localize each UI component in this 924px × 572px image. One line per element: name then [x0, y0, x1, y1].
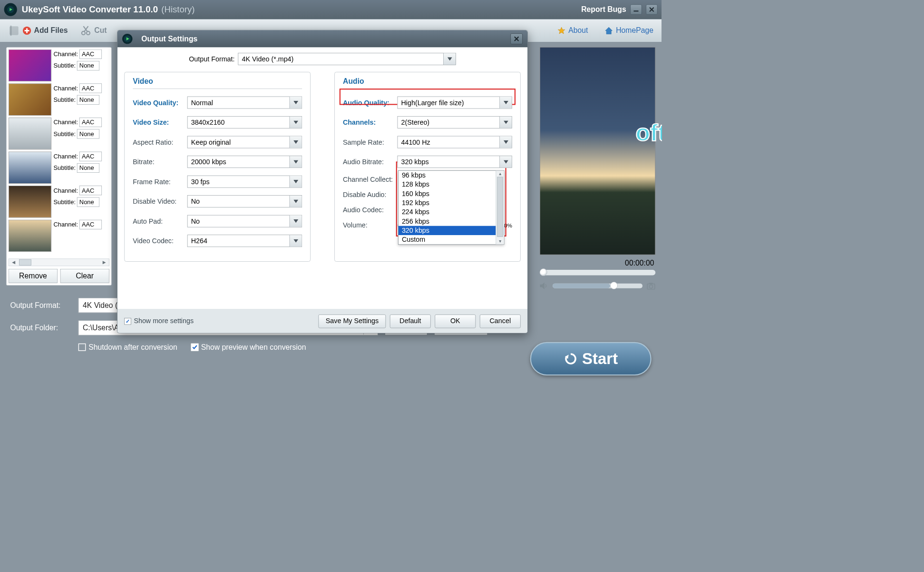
cancel-button[interactable]: Cancel — [480, 315, 521, 328]
ok-button[interactable]: OK — [435, 315, 476, 328]
svg-point-13 — [649, 285, 652, 288]
svg-marker-30 — [504, 120, 508, 124]
dropdown-item[interactable]: 192 kbps — [399, 198, 504, 207]
dropdown-item[interactable]: 224 kbps — [399, 207, 504, 217]
video-thumbnail — [9, 118, 51, 149]
audio-quality-select[interactable]: High(Larger file size) — [398, 97, 512, 109]
audio-heading: Audio — [343, 77, 512, 89]
svg-marker-11 — [540, 283, 545, 289]
video-thumbnail — [9, 152, 51, 184]
channel-value[interactable]: AAC — [79, 49, 102, 59]
cut-button[interactable]: Cut — [80, 25, 107, 36]
list-item[interactable]: Channel:AAC Subtitle:None — [9, 152, 109, 184]
video-size-select[interactable]: 3840x2160 — [187, 116, 302, 128]
audio-bitrate-select[interactable]: 320 kbps — [398, 156, 512, 168]
modal-output-format-select[interactable]: 4K Video (*.mp4) — [238, 53, 456, 65]
dialog-title: Output Settings — [141, 34, 197, 43]
close-button[interactable] — [646, 4, 657, 14]
svg-marker-21 — [293, 101, 298, 104]
frame-rate-select[interactable]: 30 fps — [187, 176, 302, 188]
svg-rect-14 — [649, 283, 652, 284]
volume-slider[interactable] — [553, 284, 642, 288]
dropdown-scrollbar[interactable]: ▲▼ — [496, 171, 504, 245]
report-bugs-link[interactable]: Report Bugs — [581, 5, 626, 14]
video-section: Video Video Quality:Normal Video Size:38… — [124, 72, 311, 262]
disable-video-select[interactable]: No — [187, 195, 302, 207]
dialog-titlebar: Output Settings — [117, 30, 527, 48]
modal-output-format-label: Output Format: — [189, 55, 234, 63]
snapshot-icon[interactable] — [647, 281, 656, 290]
about-link[interactable]: About — [557, 26, 588, 35]
video-thumbnail — [9, 220, 51, 252]
output-format-label: Output Format: — [10, 301, 71, 310]
audio-bitrate-dropdown[interactable]: 96 kbps 128 kbps 160 kbps 192 kbps 224 k… — [398, 170, 504, 245]
list-item[interactable]: Channel:AAC Subtitle:None — [9, 49, 109, 81]
svg-rect-4 — [10, 26, 11, 36]
preview-panel: oft 00:00:00 — [540, 47, 655, 290]
homepage-link[interactable]: HomePage — [604, 26, 653, 35]
refresh-icon — [564, 352, 577, 366]
output-settings-dialog: Output Settings Output Format: 4K Video … — [117, 30, 527, 333]
add-files-label: Add Files — [34, 26, 68, 35]
svg-marker-31 — [504, 140, 508, 144]
default-button[interactable]: Default — [390, 315, 431, 328]
star-icon — [557, 27, 565, 35]
list-item[interactable]: Channel:AAC — [9, 220, 109, 252]
video-thumbnail — [9, 83, 51, 115]
dropdown-item[interactable]: 96 kbps — [399, 171, 504, 180]
minimize-button[interactable] — [630, 4, 642, 14]
dialog-close-button[interactable] — [510, 33, 523, 44]
dialog-footer: Show more settings Save My Settings Defa… — [117, 309, 527, 333]
aspect-ratio-select[interactable]: Keep original — [187, 136, 302, 148]
preview-area: oft — [540, 47, 655, 255]
list-item[interactable]: Channel:AAC Subtitle:None — [9, 118, 109, 149]
show-preview-checkbox[interactable]: Show preview when conversion — [191, 343, 306, 352]
subtitle-value[interactable]: None — [77, 61, 99, 70]
app-logo-small — [122, 34, 132, 44]
chevron-down-icon[interactable] — [443, 53, 456, 65]
watermark-text: oft — [635, 119, 661, 146]
app-history[interactable]: (History) — [161, 4, 195, 15]
file-list-scrollbar[interactable]: ◄► — [9, 258, 109, 266]
svg-rect-2 — [633, 10, 638, 11]
video-thumbnail — [9, 186, 51, 217]
add-files-button[interactable]: Add Files — [8, 25, 68, 36]
svg-marker-28 — [293, 239, 298, 243]
shutdown-checkbox[interactable]: Shutdown after conversion — [78, 343, 177, 352]
svg-marker-32 — [504, 160, 508, 164]
list-item[interactable]: Channel:AAC Subtitle:None — [9, 83, 109, 115]
seek-slider[interactable] — [540, 270, 655, 275]
subtitle-label: Subtitle: — [53, 62, 76, 69]
video-bitrate-select[interactable]: 20000 kbps — [187, 156, 302, 168]
dropdown-item[interactable]: 256 kbps — [399, 217, 504, 226]
dropdown-item[interactable]: 128 kbps — [399, 180, 504, 189]
auto-pad-select[interactable]: No — [187, 215, 302, 227]
video-codec-select[interactable]: H264 — [187, 235, 302, 247]
volume-icon[interactable] — [540, 282, 549, 290]
home-icon — [604, 26, 613, 35]
titlebar: UkeySoft Video Converter 11.0.0 (History… — [0, 0, 661, 19]
dropdown-item[interactable]: Custom — [399, 235, 504, 244]
video-quality-select[interactable]: Normal — [187, 97, 302, 109]
cut-label: Cut — [94, 26, 107, 35]
app-logo — [4, 3, 17, 16]
channels-select[interactable]: 2(Stereo) — [398, 116, 512, 128]
about-label: About — [568, 26, 588, 35]
sample-rate-select[interactable]: 44100 Hz — [398, 136, 512, 148]
clear-button[interactable]: Clear — [60, 269, 109, 283]
show-more-settings-checkbox[interactable]: Show more settings — [124, 317, 194, 325]
save-my-settings-button[interactable]: Save My Settings — [319, 315, 386, 328]
file-list-panel: Channel:AAC Subtitle:None Channel:AAC Su… — [6, 47, 112, 286]
homepage-label: HomePage — [616, 26, 653, 35]
plus-icon — [22, 26, 31, 35]
list-item[interactable]: Channel:AAC Subtitle:None — [9, 186, 109, 217]
svg-marker-22 — [293, 120, 298, 124]
start-button[interactable]: Start — [530, 342, 652, 375]
dropdown-item[interactable]: 160 kbps — [399, 189, 504, 198]
dropdown-item-selected[interactable]: 320 kbps — [399, 226, 504, 235]
svg-marker-20 — [447, 57, 452, 60]
remove-button[interactable]: Remove — [9, 269, 58, 283]
channel-label: Channel: — [53, 50, 78, 58]
svg-marker-29 — [504, 101, 508, 104]
svg-marker-26 — [293, 200, 298, 203]
